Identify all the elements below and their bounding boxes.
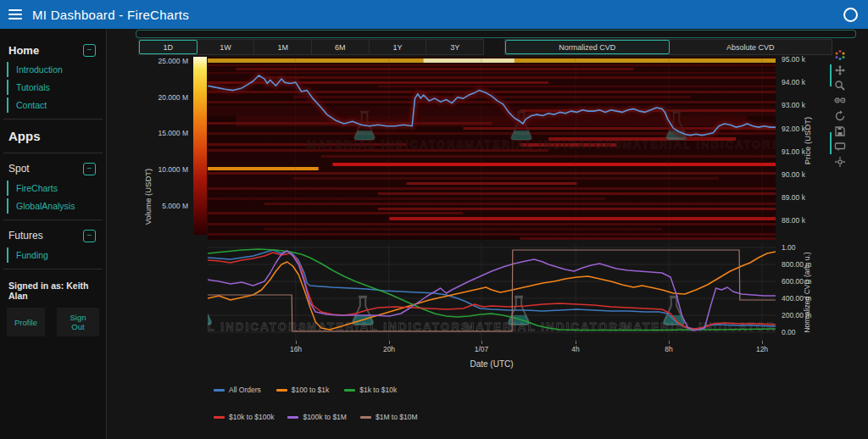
x-tick: 20h: [372, 345, 406, 353]
loading-ring-icon: [843, 8, 858, 22]
range-button-1m[interactable]: 1M: [254, 40, 312, 54]
legend-swatch: [360, 416, 371, 419]
range-button-1w[interactable]: 1W: [198, 40, 255, 54]
modebar-active-indicator: [830, 132, 832, 154]
apps-heading: Apps: [0, 125, 106, 147]
legend-swatch: [344, 389, 355, 392]
legend-row-2: $10k to $100k $100k to $1M $1M to $10M: [214, 413, 418, 421]
hamburger-menu-icon[interactable]: [8, 9, 22, 19]
header-bar: MI Dashboard - FireCharts: [0, 0, 868, 29]
cvd-tick: 0.00: [782, 328, 796, 336]
sidebar: Home − Introduction Tutorials Contact Ap…: [0, 29, 107, 439]
sidebar-item-firecharts[interactable]: FireCharts: [7, 181, 106, 196]
legend-swatch: [214, 416, 225, 419]
price-axis-title: Price (USDT): [803, 117, 812, 164]
sidebar-item-introduction[interactable]: Introduction: [7, 62, 106, 77]
sidebar-item-tutorials[interactable]: Tutorials: [7, 80, 106, 95]
legend-swatch: [287, 416, 298, 419]
cvd-chart[interactable]: MATERIAL INDICATORSMATERIAL INDICATORSMA…: [208, 243, 776, 341]
sidebar-item-globalanalysis[interactable]: GlobalAnalysis: [7, 198, 106, 214]
volume-axis-title: Volume (USDT): [143, 169, 153, 225]
legend-item-1k-10k[interactable]: $1k to $10k: [344, 386, 397, 394]
spot-heading: Spot: [8, 163, 30, 175]
pan-icon[interactable]: [834, 64, 846, 76]
collapse-icon[interactable]: −: [83, 44, 96, 57]
divider: [3, 119, 103, 119]
sidebar-item-funding[interactable]: Funding: [7, 247, 106, 263]
legend-item-10k-100k[interactable]: $10k to $100k: [214, 413, 274, 421]
price-tick: 94.00 k: [782, 78, 805, 86]
save-icon[interactable]: [834, 125, 846, 137]
volume-tick: 20.000 M: [139, 93, 188, 102]
volume-tick: 15.000 M: [139, 129, 188, 137]
zoom-in-out-icon[interactable]: [834, 95, 846, 107]
reset-axes-icon[interactable]: [834, 110, 846, 122]
divider: [3, 153, 103, 153]
divider: [3, 269, 103, 270]
svg-text:MATERIAL INDICATORS: MATERIAL INDICATORS: [622, 320, 776, 333]
range-button-3y[interactable]: 3Y: [426, 40, 483, 54]
normalized-cvd-button[interactable]: Normalized CVD: [505, 40, 670, 54]
price-tick: 88.00 k: [782, 216, 805, 225]
legend-item-100k-1M[interactable]: $100k to $1M: [287, 413, 347, 421]
range-button-1y[interactable]: 1Y: [370, 40, 427, 54]
signout-button[interactable]: Sign Out: [57, 308, 99, 336]
sidebar-section-futures: Futures −: [0, 226, 106, 245]
modebar-active-indicator: [830, 64, 832, 86]
app-title: MI Dashboard - FireCharts: [32, 8, 189, 22]
chart-toolbar-strip: [136, 30, 856, 38]
heatmap-price-chart[interactable]: MATERIAL INDICATORSMATERIAL INDICATORSMA…: [208, 57, 776, 240]
x-tick: 16h: [279, 345, 313, 353]
absolute-cvd-button[interactable]: Absolute CVD: [670, 40, 832, 54]
x-tick: 4h: [559, 345, 593, 353]
x-tick: 8h: [652, 345, 686, 353]
price-tick: 95.00 k: [782, 55, 805, 64]
cvd-mode-button-group: Normalized CVD Absolute CVD: [504, 39, 832, 55]
legend-swatch: [276, 389, 287, 392]
legend-item-1M-10M[interactable]: $1M to $10M: [360, 413, 418, 421]
cvd-tick: 1.00: [782, 243, 796, 252]
home-heading: Home: [8, 44, 39, 57]
collapse-icon[interactable]: −: [83, 230, 96, 242]
divider: [3, 220, 103, 220]
app-root: MI Dashboard - FireCharts Home − Introdu…: [0, 0, 868, 439]
collapse-icon[interactable]: −: [83, 163, 96, 175]
sidebar-section-spot: Spot −: [0, 159, 106, 178]
spikelines-icon[interactable]: [834, 156, 846, 168]
svg-text:MATERIAL INDICATORS: MATERIAL INDICATORS: [307, 138, 465, 151]
box-zoom-icon[interactable]: [834, 80, 846, 92]
legend-item-all-orders[interactable]: All Orders: [214, 386, 261, 394]
cvd-axis-title: Normalized CVD (arb. u.): [803, 252, 811, 332]
plotly-logo[interactable]: [834, 49, 846, 61]
signed-in-text: Signed in as: Keith Alan: [0, 275, 106, 308]
range-button-6m[interactable]: 6M: [312, 40, 370, 54]
legend-item-100-1k[interactable]: $100 to $1k: [276, 386, 329, 394]
legend-row-1: All Orders $100 to $1k $1k to $10k: [214, 386, 397, 394]
range-button-group: 1D 1W 1M 6M 1Y 3Y: [138, 39, 484, 55]
x-tick: 1/07: [465, 345, 498, 353]
volume-colorbar: [193, 57, 207, 235]
legend-swatch: [214, 389, 225, 392]
futures-heading: Futures: [8, 230, 43, 242]
range-button-1d[interactable]: 1D: [139, 40, 198, 54]
profile-button[interactable]: Profile: [7, 308, 45, 336]
x-tick: 12h: [745, 345, 779, 353]
price-tick: 93.00 k: [782, 101, 805, 109]
x-axis-title: Date (UTC): [449, 359, 534, 369]
volume-tick: 25.000 M: [139, 57, 188, 65]
price-tick: 89.00 k: [782, 193, 805, 202]
svg-text:MATERIAL INDICATORS: MATERIAL INDICATORS: [465, 138, 623, 151]
svg-text:MATERIAL INDICATORS: MATERIAL INDICATORS: [622, 138, 776, 151]
hover-icon[interactable]: [834, 141, 846, 153]
plotly-modebar: [834, 49, 846, 168]
price-tick: 90.00 k: [782, 170, 805, 179]
sidebar-item-contact[interactable]: Contact: [7, 97, 106, 113]
sidebar-section-home: Home −: [0, 41, 106, 59]
